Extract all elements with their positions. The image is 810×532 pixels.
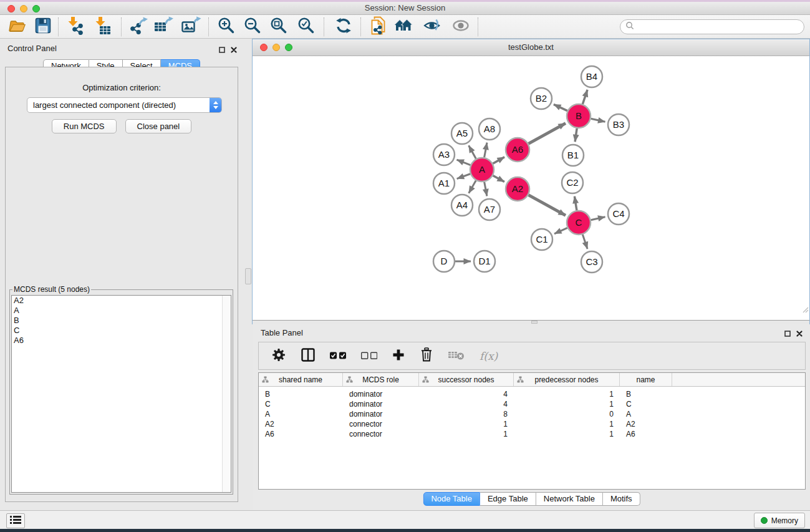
edge-A-A5[interactable] <box>469 145 476 158</box>
tab-network-table[interactable]: Network Table <box>536 492 603 506</box>
list-scrollbar[interactable] <box>222 296 231 492</box>
cell-predecessor-nodes[interactable]: 1 <box>514 400 620 409</box>
hide-selected-button[interactable] <box>422 17 443 37</box>
tab-node-table[interactable]: Node Table <box>423 492 480 506</box>
optimization-criterion-select[interactable]: largest connected component (directed) <box>27 97 222 113</box>
edge-A-A6[interactable] <box>493 157 504 163</box>
zoom-fit-button[interactable] <box>268 17 289 37</box>
column-header-successor-nodes[interactable]: successor nodes <box>419 373 514 386</box>
cell-MCDS-role[interactable]: connector <box>343 430 419 438</box>
zoom-in-button[interactable] <box>216 17 237 37</box>
save-session-button[interactable] <box>32 17 54 37</box>
import-table-button[interactable] <box>91 17 112 37</box>
column-header-predecessor-nodes[interactable]: predecessor nodes <box>514 373 620 386</box>
unselect-all-columns-button[interactable] <box>361 351 377 362</box>
split-divider-grip[interactable] <box>245 268 251 284</box>
cell-name[interactable]: A6 <box>620 430 672 438</box>
column-header-shared-name[interactable]: shared name <box>259 373 343 386</box>
search-input[interactable] <box>637 21 804 33</box>
close-panel-icon[interactable] <box>796 328 803 339</box>
mcds-result-list[interactable]: A2ABCA6 <box>11 295 231 493</box>
edge-A-A4[interactable] <box>469 180 476 193</box>
edge-B-B1[interactable] <box>575 128 577 142</box>
edge-A-A1[interactable] <box>457 174 470 179</box>
edge-A-A8[interactable] <box>485 143 487 158</box>
close-panel-button[interactable]: Close panel <box>125 119 192 133</box>
edge-B-B3[interactable] <box>591 118 605 122</box>
cell-name[interactable]: C <box>620 400 672 409</box>
export-table-button[interactable] <box>153 17 175 37</box>
task-history-button[interactable] <box>6 513 25 528</box>
select-all-columns-button[interactable] <box>330 351 346 362</box>
network-canvas[interactable]: B4B2BB3A8A5A6A3B1AC2A1A2A4A7C4CC1DD1C3 <box>253 56 809 321</box>
show-all-button[interactable] <box>450 17 471 37</box>
cell-shared-name[interactable]: C <box>259 400 343 409</box>
float-panel-icon[interactable] <box>219 44 225 56</box>
cell-predecessor-nodes[interactable]: 0 <box>514 410 620 418</box>
delete-table-button[interactable] <box>448 350 465 362</box>
zoom-selected-button[interactable] <box>296 17 317 37</box>
tab-edge-table[interactable]: Edge Table <box>480 492 536 506</box>
function-builder-button[interactable]: f(x) <box>480 350 498 362</box>
cell-successor-nodes[interactable]: 1 <box>419 430 514 438</box>
cell-shared-name[interactable]: A6 <box>259 430 343 438</box>
mcds-result-item[interactable]: A <box>12 306 231 316</box>
cell-shared-name[interactable]: A <box>259 410 343 418</box>
cell-shared-name[interactable]: B <box>259 390 343 399</box>
edge-A-A2[interactable] <box>493 176 504 182</box>
search-field[interactable] <box>620 19 804 34</box>
cell-MCDS-role[interactable]: connector <box>343 420 419 428</box>
cell-successor-nodes[interactable]: 4 <box>419 390 514 399</box>
export-image-button[interactable] <box>181 17 202 37</box>
cell-successor-nodes[interactable]: 4 <box>419 400 514 409</box>
cell-successor-nodes[interactable]: 8 <box>419 410 514 418</box>
column-header-label: successor nodes <box>438 375 494 384</box>
zoom-out-button[interactable] <box>242 17 263 37</box>
open-session-button[interactable] <box>6 17 27 37</box>
resize-grip-icon[interactable] <box>803 304 809 316</box>
edge-A-A7[interactable] <box>485 182 487 196</box>
cell-name[interactable]: A <box>620 410 672 418</box>
delete-columns-button[interactable] <box>420 347 433 365</box>
edge-B-B2[interactable] <box>554 104 567 110</box>
cell-name[interactable]: B <box>620 390 672 399</box>
run-mcds-button[interactable]: Run MCDS <box>52 119 117 133</box>
mcds-result-item[interactable]: A6 <box>12 336 231 346</box>
first-neighbors-button[interactable] <box>393 17 414 37</box>
cell-predecessor-nodes[interactable]: 1 <box>514 390 620 399</box>
cell-shared-name[interactable]: A2 <box>259 420 343 428</box>
node-label-A5: A5 <box>456 128 468 138</box>
float-panel-icon[interactable] <box>784 328 791 339</box>
cell-successor-nodes[interactable]: 1 <box>419 420 514 428</box>
edge-C-C4[interactable] <box>591 217 605 220</box>
edge-C-C1[interactable] <box>554 228 567 234</box>
column-header-MCDS-role[interactable]: MCDS role <box>343 373 419 386</box>
mcds-result-item[interactable]: B <box>12 316 231 326</box>
cell-predecessor-nodes[interactable]: 1 <box>514 420 620 428</box>
cell-predecessor-nodes[interactable]: 1 <box>514 430 620 438</box>
import-network-button[interactable] <box>64 17 85 37</box>
edge-C-C2[interactable] <box>574 196 577 211</box>
show-column-panel-button[interactable] <box>301 348 315 364</box>
export-network-button[interactable] <box>128 17 150 37</box>
cell-MCDS-role[interactable]: dominator <box>343 410 419 418</box>
close-panel-icon[interactable] <box>231 44 237 56</box>
edge-A2-C[interactable] <box>529 195 566 216</box>
cell-MCDS-role[interactable]: dominator <box>343 400 419 409</box>
cell-name[interactable]: A2 <box>620 420 672 428</box>
table-settings-button[interactable] <box>271 347 286 365</box>
horizontal-divider-grip[interactable] <box>531 321 538 324</box>
column-header-name[interactable]: name <box>620 373 672 386</box>
mcds-result-item[interactable]: C <box>12 326 231 336</box>
create-column-button[interactable] <box>392 349 405 364</box>
edge-B-B4[interactable] <box>582 90 587 104</box>
memory-button[interactable]: Memory <box>754 513 805 528</box>
tab-motifs[interactable]: Motifs <box>603 492 640 506</box>
edge-A-A3[interactable] <box>456 160 470 165</box>
refresh-view-button[interactable] <box>333 17 354 37</box>
cell-MCDS-role[interactable]: dominator <box>343 390 419 399</box>
new-network-from-selection-button[interactable] <box>368 17 389 37</box>
edge-C-C3[interactable] <box>582 235 587 249</box>
edge-A6-B[interactable] <box>529 123 566 144</box>
mcds-result-item[interactable]: A2 <box>12 296 231 306</box>
